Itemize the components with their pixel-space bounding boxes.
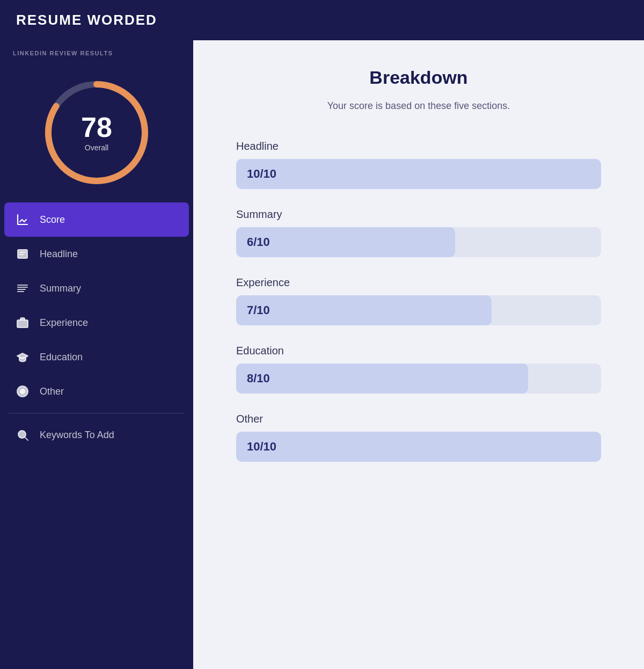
chart-icon — [15, 212, 30, 227]
score-bar-text: 10/10 — [236, 167, 276, 181]
score-value: 78 — [81, 113, 112, 141]
sidebar-item-headline[interactable]: Headline — [0, 237, 193, 271]
sidebar-item-score[interactable]: Score — [4, 202, 189, 237]
svg-point-11 — [20, 389, 25, 394]
score-bar-container: 10/10 — [236, 159, 601, 189]
svg-line-13 — [25, 438, 28, 441]
search-icon — [15, 427, 30, 442]
sidebar-item-label-keywords: Keywords To Add — [40, 430, 114, 441]
headline-icon — [15, 246, 30, 261]
app-title: RESUME WORDED — [16, 12, 628, 28]
score-bar-fill — [236, 159, 601, 189]
breakdown-title: Breakdown — [236, 67, 601, 88]
score-bar-fill — [236, 363, 528, 394]
education-icon — [15, 350, 30, 365]
score-section-label: Experience — [236, 277, 601, 289]
sidebar-item-other[interactable]: Other — [0, 374, 193, 409]
score-section-label: Summary — [236, 208, 601, 221]
score-sections: Headline10/10Summary6/10Experience7/10Ed… — [236, 140, 601, 462]
score-bar-container: 10/10 — [236, 432, 601, 462]
sidebar-item-label-headline: Headline — [40, 249, 78, 260]
sidebar: LINKEDIN REVIEW RESULTS 78 Overall — [0, 40, 193, 669]
sidebar-item-label-experience: Experience — [40, 317, 88, 329]
score-section: Headline10/10 — [236, 140, 601, 189]
score-bar-text: 6/10 — [236, 235, 270, 249]
score-section: Experience7/10 — [236, 277, 601, 325]
score-bar-fill — [236, 295, 492, 325]
score-bar-text: 10/10 — [236, 440, 276, 454]
score-section: Education8/10 — [236, 345, 601, 394]
score-bar-text: 7/10 — [236, 303, 270, 317]
other-icon — [15, 384, 30, 399]
sidebar-nav: Score Headline — [0, 197, 193, 669]
app-header: RESUME WORDED — [0, 0, 644, 40]
score-circle: 78 Overall — [43, 79, 150, 186]
score-section: Summary6/10 — [236, 208, 601, 257]
score-bar-fill — [236, 432, 601, 462]
sidebar-item-education[interactable]: Education — [0, 340, 193, 374]
sidebar-label: LINKEDIN REVIEW RESULTS — [0, 40, 193, 63]
score-circle-area: 78 Overall — [0, 63, 193, 197]
summary-icon — [15, 281, 30, 296]
score-section-label: Education — [236, 345, 601, 357]
breakdown-subtitle: Your score is based on these five sectio… — [236, 99, 601, 113]
sidebar-item-summary[interactable]: Summary — [0, 271, 193, 306]
sidebar-item-experience[interactable]: Experience — [0, 306, 193, 340]
score-bar-container: 7/10 — [236, 295, 601, 325]
sidebar-item-label-score: Score — [40, 214, 65, 226]
experience-icon — [15, 315, 30, 330]
main-layout: LINKEDIN REVIEW RESULTS 78 Overall — [0, 40, 644, 669]
svg-rect-9 — [17, 320, 28, 328]
score-section-label: Other — [236, 413, 601, 425]
sidebar-item-label-education: Education — [40, 352, 83, 363]
sidebar-item-keywords[interactable]: Keywords To Add — [0, 418, 193, 452]
sidebar-item-label-summary: Summary — [40, 283, 81, 294]
score-bar-container: 6/10 — [236, 227, 601, 257]
sidebar-item-label-other: Other — [40, 386, 64, 397]
score-label: Overall — [81, 143, 112, 152]
score-section: Other10/10 — [236, 413, 601, 462]
score-bar-text: 8/10 — [236, 372, 270, 386]
sidebar-divider — [9, 413, 185, 413]
score-bar-container: 8/10 — [236, 363, 601, 394]
main-content: Breakdown Your score is based on these f… — [193, 40, 644, 669]
score-section-label: Headline — [236, 140, 601, 152]
